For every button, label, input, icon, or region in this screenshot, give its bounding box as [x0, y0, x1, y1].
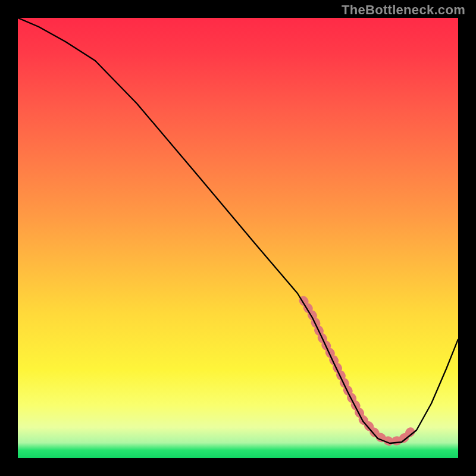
bottleneck-curve — [18, 18, 458, 443]
watermark-text: TheBottleneck.com — [342, 2, 465, 18]
flat-minimum-segment — [303, 300, 414, 441]
chart-stage: TheBottleneck.com — [0, 0, 476, 476]
curve-overlay — [18, 18, 458, 458]
